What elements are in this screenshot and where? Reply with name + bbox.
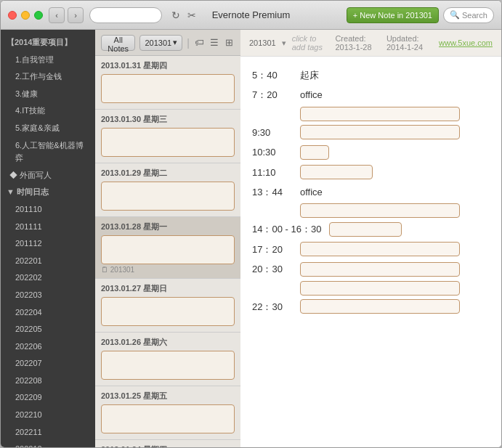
note-updated: Updated: 2014-1-24 — [386, 34, 433, 52]
sidebar-item-202212[interactable]: 202212 — [1, 441, 95, 447]
address-bar[interactable] — [89, 7, 162, 23]
sidebar-item-timelog[interactable]: ▼ 时间日志 — [1, 184, 95, 201]
grid-view-icon[interactable]: ⊞ — [224, 35, 235, 51]
sidebar-item-201110[interactable]: 201110 — [1, 201, 95, 219]
note-content-box[interactable] — [300, 107, 460, 121]
notebook-selector[interactable]: 201301 ▾ — [139, 35, 182, 51]
note-entry-2[interactable]: 2013.01.29 星期二 — [95, 163, 240, 217]
note-line-1110: 11:10 — [252, 164, 490, 181]
note-entry-3[interactable]: 2013.01.28 星期一 🗒 201301 — [95, 217, 240, 279]
back-button[interactable]: ‹ — [49, 7, 65, 23]
delete-icon[interactable]: ✂ — [184, 7, 200, 23]
note-time: 9:30 — [252, 124, 296, 141]
note-line-1030: 10:30 — [252, 144, 490, 160]
sidebar-item-202204[interactable]: 202204 — [1, 304, 95, 322]
note-content-box[interactable] — [329, 222, 402, 237]
note-badge: 🗒 201301 — [101, 266, 235, 274]
note-time: 17：20 — [252, 241, 296, 258]
sidebar-item-202207[interactable]: 202207 — [1, 355, 95, 372]
search-box[interactable]: 🔍 Search — [443, 7, 494, 23]
note-date: 2013.01.29 星期二 — [101, 168, 235, 179]
note-line-540: 5：40 起床 — [252, 67, 490, 84]
note-preview-box — [101, 351, 235, 380]
sidebar-item-family[interactable]: 5.家庭&亲戚 — [1, 120, 95, 137]
sidebar-item-202209[interactable]: 202209 — [1, 389, 95, 407]
sidebar-item-202206[interactable]: 202206 — [1, 338, 95, 356]
note-date: 2013.01.27 星期日 — [101, 283, 235, 294]
sidebar-item-ai[interactable]: 6.人工智能&机器博弈 — [1, 137, 95, 167]
note-created: Created: 2013-1-28 — [335, 34, 381, 52]
note-content: 201301 ▾ click to add tags Created: 2013… — [240, 30, 501, 447]
close-button[interactable] — [8, 11, 17, 20]
maximize-button[interactable] — [34, 11, 43, 20]
note-content-box[interactable] — [300, 242, 460, 256]
note-entry-0[interactable]: 2013.01.31 星期四 — [95, 56, 240, 110]
note-line-2230: 22：30 — [252, 298, 490, 315]
note-line-2030: 20：30 — [252, 261, 490, 277]
note-line-720: 7：20 office — [252, 86, 490, 103]
note-line-box1 — [252, 107, 490, 121]
note-entry-7[interactable]: 2013.01.24 星期四 — [95, 440, 240, 447]
note-entry-5[interactable]: 2013.01.26 星期六 — [95, 333, 240, 386]
note-time: 7：20 — [252, 86, 296, 103]
list-view-icon[interactable]: ☰ — [209, 35, 220, 51]
notes-scroll[interactable]: 2013.01.31 星期四 2013.01.30 星期三 2013.01.29… — [95, 56, 240, 447]
sidebar-item-202208[interactable]: 202208 — [1, 372, 95, 390]
note-content-box[interactable] — [300, 262, 460, 277]
note-body: 5：40 起床 7：20 office 9:30 — [240, 57, 501, 447]
note-line-1344: 13：44 office — [252, 184, 490, 200]
sidebar-item-2014[interactable]: 【2014重要项目】 — [1, 34, 95, 52]
search-icon: 🔍 — [450, 10, 460, 20]
sync-icon[interactable]: ↻ — [168, 7, 184, 23]
minimize-button[interactable] — [21, 11, 30, 20]
search-label: Search — [462, 11, 487, 20]
sidebar-item-202205[interactable]: 202205 — [1, 321, 95, 338]
note-line-930: 9:30 — [252, 124, 490, 141]
sidebar-item-work[interactable]: 2.工作与金钱 — [1, 68, 95, 86]
note-content-box[interactable] — [300, 299, 460, 314]
sidebar-item-outside[interactable]: ◆ 外面写人 — [1, 167, 95, 184]
note-preview-box — [101, 404, 235, 433]
main-content: 【2014重要项目】 1.自我管理 2.工作与金钱 3.健康 4.IT技能 5.… — [1, 30, 501, 447]
note-content-box[interactable] — [300, 165, 373, 179]
note-preview-box — [101, 235, 235, 264]
note-notebook-label[interactable]: 201301 — [249, 38, 276, 47]
note-content-box[interactable] — [300, 125, 460, 139]
sidebar-item-202201[interactable]: 202201 — [1, 253, 95, 270]
sidebar-item-202203[interactable]: 202203 — [1, 287, 95, 304]
sidebar-item-202210[interactable]: 202210 — [1, 407, 95, 424]
note-time: 10:30 — [252, 144, 296, 160]
note-date: 2013.01.25 星期五 — [101, 391, 235, 402]
sidebar-item-201112[interactable]: 201112 — [1, 235, 95, 253]
title-bar: ‹ › ↻ ✂ Evernote Premium + New Note in 2… — [1, 1, 501, 30]
all-notes-button[interactable]: All Notes — [101, 35, 135, 51]
note-entry-1[interactable]: 2013.01.30 星期三 — [95, 110, 240, 163]
note-date: 2013.01.28 星期一 — [101, 221, 235, 232]
sidebar-item-201111[interactable]: 201111 — [1, 219, 95, 236]
tag-icon[interactable]: 🏷 — [194, 35, 205, 51]
note-link[interactable]: www.5xue.com — [439, 38, 493, 47]
note-entry-4[interactable]: 2013.01.27 星期日 — [95, 279, 240, 333]
separator: | — [187, 37, 190, 49]
note-entry-6[interactable]: 2013.01.25 星期五 — [95, 386, 240, 440]
note-line-box3 — [252, 281, 490, 296]
note-preview-box — [101, 297, 235, 326]
note-content-box[interactable] — [300, 203, 460, 218]
note-line-1720: 17：20 — [252, 241, 490, 258]
sidebar-item-it[interactable]: 4.IT技能 — [1, 102, 95, 120]
note-text-static: office — [300, 184, 323, 200]
note-time: 22：30 — [252, 298, 296, 315]
note-content-box[interactable] — [300, 281, 460, 296]
sidebar-item-202211[interactable]: 202211 — [1, 424, 95, 441]
note-time: 13：44 — [252, 184, 296, 200]
window-title: Evernote Premium — [212, 9, 291, 20]
note-header: 201301 ▾ click to add tags Created: 2013… — [240, 30, 501, 57]
forward-button[interactable]: › — [68, 7, 84, 23]
sidebar-item-self[interactable]: 1.自我管理 — [1, 52, 95, 69]
sidebar-item-202202[interactable]: 202202 — [1, 269, 95, 287]
app-window: ‹ › ↻ ✂ Evernote Premium + New Note in 2… — [0, 0, 502, 448]
sidebar-item-health[interactable]: 3.健康 — [1, 86, 95, 103]
note-content-box[interactable] — [300, 145, 329, 160]
note-tag-placeholder[interactable]: click to add tags — [292, 34, 330, 52]
new-note-button[interactable]: + New Note in 201301 — [347, 7, 439, 23]
